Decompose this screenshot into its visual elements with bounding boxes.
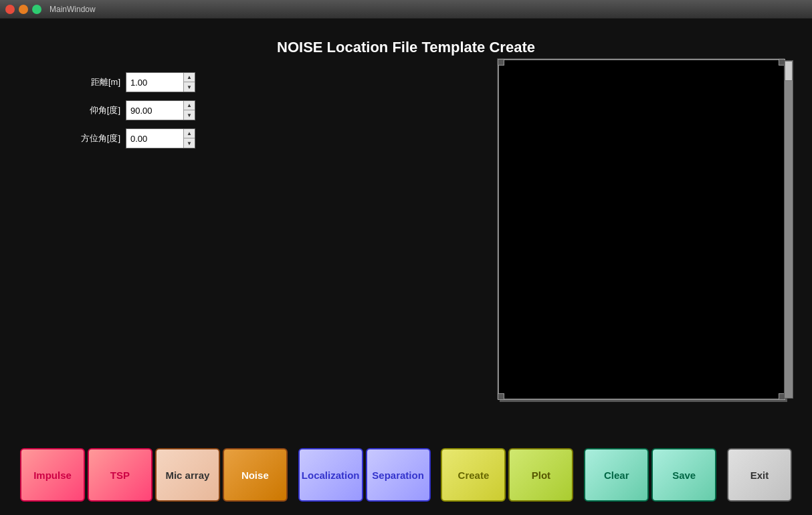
maximize-button[interactable] [32,5,41,14]
window-title: MainWindow [49,5,96,14]
form-area: 距離[m] ▲ ▼ 仰角[度] ▲ ▼ 方位角[度] [67,72,195,157]
elevation-input-wrapper: ▲ ▼ [126,100,195,120]
azimuth-spin-up[interactable]: ▲ [184,129,195,138]
distance-input-wrapper: ▲ ▼ [126,72,195,92]
impulse-button[interactable]: Impulse [20,448,85,502]
distance-spin-up[interactable]: ▲ [184,73,195,82]
save-button[interactable]: Save [651,448,716,502]
distance-spinner: ▲ ▼ [183,73,195,92]
button-bar: Impulse TSP Mic array Noise Localization… [0,448,812,502]
elevation-input[interactable] [126,101,183,120]
noise-button[interactable]: Noise [223,448,288,502]
distance-input[interactable] [126,73,183,92]
plot-scroll-thumb[interactable] [785,61,793,81]
azimuth-input[interactable] [126,129,183,148]
page-title: NOISE Location File Template Create [20,39,792,56]
exit-button[interactable]: Exit [727,448,792,502]
distance-spin-down[interactable]: ▼ [184,82,195,92]
plot-canvas [498,59,785,400]
create-button[interactable]: Create [441,448,506,502]
clear-button[interactable]: Clear [584,448,649,502]
azimuth-label: 方位角[度] [67,132,120,144]
tsp-button[interactable]: TSP [88,448,153,502]
azimuth-spin-down[interactable]: ▼ [184,138,195,148]
plot-button[interactable]: Plot [508,448,573,502]
resize-handle-bl[interactable] [498,393,504,400]
distance-row: 距離[m] ▲ ▼ [67,72,195,92]
elevation-label: 仰角[度] [67,104,120,116]
localization-button[interactable]: Localization [298,448,363,502]
azimuth-row: 方位角[度] ▲ ▼ [67,128,195,148]
main-content: NOISE Location File Template Create 距離[m… [0,19,812,515]
elevation-spinner: ▲ ▼ [183,101,195,120]
close-button[interactable] [5,5,15,14]
elevation-spin-down[interactable]: ▼ [184,110,195,120]
resize-handle-tl[interactable] [498,59,504,66]
distance-label: 距離[m] [67,76,120,88]
azimuth-spinner: ▲ ▼ [183,129,195,148]
title-bar: MainWindow [0,0,812,19]
minimize-button[interactable] [19,5,28,14]
mic-array-button[interactable]: Mic array [155,448,220,502]
separation-button[interactable]: Separation [366,448,431,502]
elevation-spin-up[interactable]: ▲ [184,101,195,110]
elevation-row: 仰角[度] ▲ ▼ [67,100,195,120]
azimuth-input-wrapper: ▲ ▼ [126,128,195,148]
plot-scrollbar[interactable] [784,60,793,399]
